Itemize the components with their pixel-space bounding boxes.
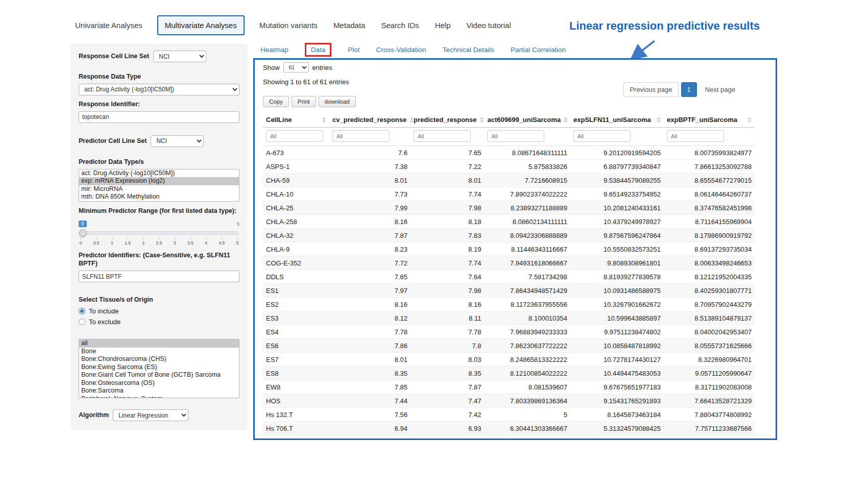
table-row[interactable]: A-6737.67.658.086716483111119.2012091959…	[263, 146, 755, 160]
response-data-type-select[interactable]: act: Drug Activity (-log10[IC50M])	[79, 84, 239, 95]
value-cell: 8.16	[329, 298, 411, 311]
nav-item-video-tutorial[interactable]: Video tutorial	[465, 16, 512, 34]
column-header-expslfn11-unisarcoma[interactable]: expSLFN11_uniSarcoma	[570, 112, 664, 128]
listbox-option-exp-mrna-expression-log2[interactable]: exp: mRNA Expression (log2)	[79, 177, 239, 185]
listbox-option-bone-sarcoma[interactable]: Bone:Sarcoma	[79, 387, 239, 395]
slider-tick-label: 1	[111, 240, 113, 246]
table-row[interactable]: ES88.358.358.1210085402222210.4494475483…	[263, 367, 755, 380]
listbox-option-mir-microrna[interactable]: mir: MicroRNA	[79, 185, 239, 193]
table-row[interactable]: ES38.128.118.10001035410.5996438858978.5…	[263, 311, 755, 325]
table-row[interactable]: ES28.168.168.1172363795555610.3267901662…	[263, 298, 755, 311]
nav-item-metadata[interactable]: Metadata	[332, 16, 367, 34]
previous-page-button[interactable]: Previous page	[623, 82, 678, 97]
value-cell: 8.12121952004335	[664, 270, 755, 284]
tab-heatmap[interactable]: Heatmap	[260, 44, 288, 56]
nav-item-search-ids[interactable]: Search IDs	[380, 16, 420, 34]
nav-item-univariate-analyses[interactable]: Univariate Analyses	[74, 16, 143, 34]
tissue-exclude-label: To exclude	[89, 318, 120, 326]
tab-data[interactable]: Data	[305, 43, 332, 57]
table-row[interactable]: CHLA-107.737.747.890233740222229.6514923…	[263, 187, 755, 201]
table-row[interactable]: CHLA-257.997.988.2389327118888910.208124…	[263, 201, 755, 215]
slider-track[interactable]	[80, 231, 238, 235]
table-row[interactable]: EW87.857.878.0815396079.676756519771838.…	[263, 380, 755, 394]
table-row[interactable]: CHLA-98.238.198.1144634311666710.5550832…	[263, 242, 755, 256]
listbox-option-bone[interactable]: Bone	[79, 348, 239, 356]
table-row[interactable]: HOS7.447.477.803398691363649.15431765291…	[263, 394, 755, 408]
value-cell: 8.69137293735034	[664, 242, 755, 256]
copy-button[interactable]: Copy	[263, 96, 289, 107]
column-header-expbptf-unisarcoma[interactable]: expBPTF_uniSarcoma	[664, 112, 755, 128]
table-row[interactable]: CHLA-2588.168.188.0860213411111110.43792…	[263, 215, 755, 229]
tissue-exclude-radio[interactable]: To exclude	[79, 318, 239, 326]
sort-icon[interactable]	[480, 117, 484, 123]
listbox-option-bone-ewing-sarcoma-es[interactable]: Bone:Ewing Sarcoma (ES)	[79, 363, 239, 372]
value-cell: 7.65	[411, 146, 484, 160]
table-row[interactable]: Hs 706.T6.946.936.304413033666675.313245…	[263, 422, 755, 435]
sort-icon[interactable]	[322, 117, 326, 123]
slider-tick-label: 0	[80, 240, 82, 246]
table-row[interactable]: COG-E-3527.727.747.949316180666679.80893…	[263, 256, 755, 270]
response-identifier-input[interactable]	[79, 111, 239, 123]
tab-plot[interactable]: Plot	[348, 44, 359, 56]
slider-handle[interactable]	[79, 229, 87, 237]
predictor-cell-line-set-select[interactable]: NCI	[151, 135, 204, 147]
column-header-predicted-response[interactable]: predicted_response	[411, 112, 484, 128]
download-button[interactable]: download	[319, 96, 356, 107]
value-cell: 7.47	[411, 394, 484, 408]
listbox-option-bone-chondrosarcoma-chs[interactable]: Bone:Chondrosarcoma (CHS)	[79, 355, 239, 363]
column-filter-input-act609699-unisarcoma[interactable]	[487, 130, 544, 142]
value-cell: 7.99	[329, 201, 411, 215]
current-page-button[interactable]: 1	[681, 82, 697, 97]
listbox-option-bone-giant-cell-tumor-of-bone-gctb-sarcoma[interactable]: Bone:Giant Cell Tumor of Bone (GCTB) Sar…	[79, 371, 239, 379]
column-header-act609699-unisarcoma[interactable]: act609699_uniSarcoma	[484, 112, 570, 128]
sort-icon[interactable]	[748, 117, 752, 123]
nav-item-mutation-variants[interactable]: Mutation variants	[258, 16, 319, 34]
nav-item-help[interactable]: Help	[434, 16, 452, 34]
table-row[interactable]: DDLS7.657.647.5817342988.819392778395788…	[263, 270, 755, 284]
next-page-button[interactable]: Next page	[700, 83, 741, 96]
value-cell: 8.16	[411, 298, 484, 311]
value-cell: 8.12	[329, 311, 411, 325]
table-row[interactable]: ES67.867.87.8623063772222210.08584878189…	[263, 339, 755, 353]
min-predictor-range-slider[interactable]: 0 5 00.511.522.533.544.55	[79, 221, 239, 249]
column-filter-input-expbptf-unisarcoma[interactable]	[667, 130, 724, 142]
value-cell: 7.56	[329, 408, 411, 422]
listbox-option-mth-dna-850k-methylation[interactable]: mth: DNA 850K Methylation	[79, 193, 239, 201]
algorithm-select[interactable]: Linear Regression	[113, 409, 188, 421]
table-row[interactable]: ES78.018.038.2486581332222210.7278174430…	[263, 353, 755, 367]
value-cell: 8.65554677279015	[664, 174, 755, 187]
table-row[interactable]: Hs 132.T7.567.4258.16458734631847.880437…	[263, 408, 755, 422]
listbox-option-bone-osteosarcoma-os[interactable]: Bone:Osteosarcoma (OS)	[79, 379, 239, 387]
value-cell: 7.38	[329, 160, 411, 174]
table-row[interactable]: ES47.787.787.968839492333339.97511238474…	[263, 325, 755, 339]
column-filter-input-expslfn11-unisarcoma[interactable]	[573, 130, 631, 142]
column-filter-input-predicted-response[interactable]	[414, 130, 471, 142]
table-row[interactable]: ASPS-17.387.225.8758338266.8879773934084…	[263, 160, 755, 174]
column-filter-input-cellline[interactable]	[266, 130, 323, 142]
table-row[interactable]: ES17.977.987.8643494857142910.0931486588…	[263, 284, 755, 298]
value-cell: 7.97	[329, 284, 411, 298]
predictor-identifiers-input[interactable]	[79, 271, 239, 282]
value-cell: 7.78	[329, 325, 411, 339]
response-cell-line-set-select[interactable]: NCI	[153, 51, 206, 62]
table-row[interactable]: CHLA-327.877.838.094233068888899.8756759…	[263, 229, 755, 242]
nav-item-multivariate-analyses[interactable]: Multivariate Analyses	[157, 15, 245, 35]
column-header-cv-predicted-response[interactable]: cv_predicted_response	[329, 112, 411, 128]
cellline-cell: ASPS-1	[263, 160, 329, 174]
table-row[interactable]: CHA-598.018.017.72166089159.538445790892…	[263, 174, 755, 187]
value-cell: 8.19	[411, 242, 484, 256]
tab-partial-correlation[interactable]: Partial Correlation	[511, 44, 566, 56]
listbox-option-all[interactable]: all	[79, 339, 239, 348]
sort-icon[interactable]	[657, 117, 661, 123]
tab-technical-details[interactable]: Technical Details	[443, 44, 494, 56]
tab-cross-validation[interactable]: Cross-Validation	[376, 44, 426, 56]
cellline-cell: ES8	[263, 367, 329, 380]
listbox-option-act-drug-activity-log10-ic50m[interactable]: act: Drug Activity (-log10[IC50M])	[79, 169, 239, 178]
sort-icon[interactable]	[564, 117, 568, 123]
column-header-cellline[interactable]: CellLine	[263, 112, 329, 128]
tissue-include-radio[interactable]: To include	[79, 307, 239, 315]
column-filter-input-cv-predicted-response[interactable]	[332, 130, 390, 142]
page-length-select[interactable]: 61	[283, 62, 309, 72]
listbox-option-peripheral-nervous-system[interactable]: Peripheral_Nervous_System	[79, 395, 239, 399]
print-button[interactable]: Print	[292, 96, 316, 107]
